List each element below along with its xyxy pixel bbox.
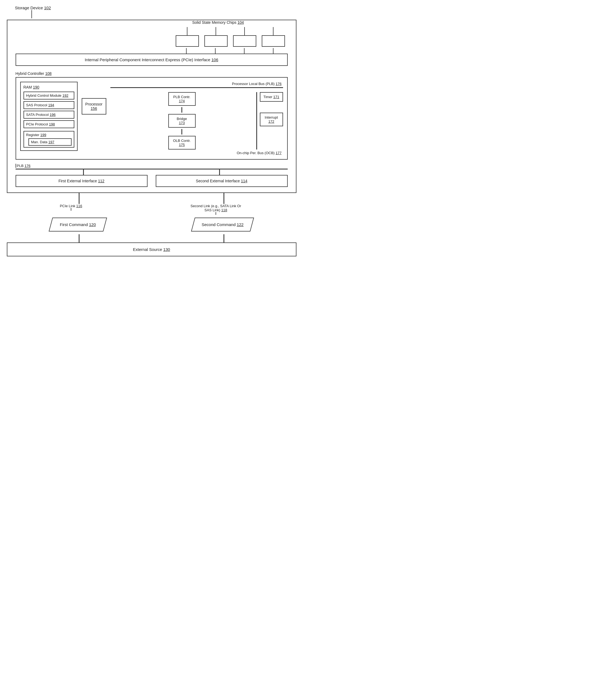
vert-lines-to-interfaces [16, 170, 288, 175]
second-command-num: 122 [237, 222, 244, 227]
second-link-label: Second Link (e.g., SATA Link Or SAS Link… [190, 204, 241, 212]
second-link-label-area: Second Link (e.g., SATA Link Or SAS Link… [188, 204, 243, 215]
storage-device-box: Solid State Memory Chips 104 [7, 20, 297, 193]
ocb-bus-text: On-chip Per. Bus (OCB) [237, 151, 275, 155]
chip1-col [176, 27, 199, 47]
line-cmd2-to-ext [224, 234, 224, 243]
plb-bus-label: Processor Local Bus (PLB) 176 [110, 82, 282, 86]
pcie-link-arrow [71, 208, 71, 211]
register-num: 199 [41, 133, 46, 137]
second-link-arrow [215, 212, 216, 215]
first-command-label: First Command [60, 222, 88, 227]
vert-line-left-interface [83, 170, 84, 175]
interrupt-num: 172 [268, 119, 274, 123]
second-ext-interface-num: 114 [241, 179, 247, 183]
plb-horizontal-line [110, 87, 283, 88]
chip1-to-pcie [186, 48, 187, 53]
pcie-interface-label: Internal Peripheral Component Interconne… [85, 58, 210, 62]
pcie-interface-num: 106 [211, 58, 218, 62]
chip3-to-pcie [244, 48, 244, 53]
ram-num: 190 [33, 85, 39, 89]
chip2-to-pcie [215, 48, 215, 53]
first-ext-interface-box: First External Interface 112 [16, 175, 147, 187]
chip4-col [262, 27, 285, 47]
chips-arrows-row [16, 27, 288, 47]
solid-state-chips-label: Solid State Memory Chips 104 [192, 20, 244, 25]
vert-line-right-interface [219, 170, 220, 175]
interrupt-label: Interrupt [265, 115, 278, 119]
man-data-box: Man. Data 197 [28, 138, 72, 146]
lines-to-external-source [7, 234, 297, 243]
chip4-line [273, 27, 274, 35]
commands-row: First Command 120 Second Command 122 [7, 218, 297, 231]
hybrid-control-module-label: Hybrid Control Module [26, 93, 62, 97]
timer-label: Timer [263, 95, 273, 99]
olb-contr-box: OLB Contr. 175 [168, 136, 195, 150]
second-link-num: 118 [221, 208, 227, 212]
pcie-protocol-num: 198 [49, 122, 55, 126]
link-labels-row: PCIe Link 116 Second Link (e.g., SATA Li… [7, 204, 297, 215]
second-command-shape: Second Command 122 [191, 218, 254, 231]
storage-device-label: Storage Device 102 [15, 5, 51, 10]
register-box: Register 199 Man. Data 197 [23, 131, 74, 148]
controllers-col: PLB Contr. 174 Bridge 173 [110, 92, 254, 150]
processor-label: Processor [85, 102, 102, 106]
storage-device-label-area: Storage Device 102 [15, 5, 297, 18]
olb-contr-num: 175 [179, 143, 185, 147]
line-plbctrl-bridge [181, 107, 182, 113]
pcie-link-label-area: PCIe Link 116 [60, 204, 82, 215]
hybrid-control-module-box: Hybrid Control Module 192 [23, 92, 74, 99]
hybrid-controller-box: RAM 190 Hybrid Control Module 192 SAS Pr… [16, 77, 288, 160]
diagram-container: Storage Device 102 Solid State Memory Ch… [7, 5, 297, 256]
man-data-label: Man. Data [31, 140, 48, 144]
plb-bus-text: Processor Local Bus (PLB) [232, 82, 275, 86]
chip3-col [233, 27, 256, 47]
plb-below-label-area: PLB 176 [16, 164, 288, 168]
pcie-protocol-label: PCIe Protocol [26, 122, 48, 126]
olb-contr-label: OLB Contr. [173, 139, 190, 143]
plb-below-num: 176 [25, 164, 30, 168]
bridge-num: 173 [179, 121, 185, 125]
timer-num: 171 [273, 95, 279, 99]
pcie-link-num: 116 [76, 204, 82, 208]
right-components: Timer 171 Interrupt 172 [260, 92, 283, 150]
sas-protocol-box: SAS Protocol 194 [23, 101, 74, 109]
sas-protocol-num: 194 [48, 103, 54, 107]
second-command-label: Second Command [202, 222, 235, 227]
plb-contr-num: 174 [179, 99, 185, 103]
second-ext-interface-box: Second External Interface 114 [156, 175, 288, 187]
ocb-bus-label: On-chip Per. Bus (OCB) 177 [110, 151, 282, 155]
line-cmd1-to-ext [79, 234, 79, 243]
plb-section: Processor Local Bus (PLB) 176 PLB Contr.… [110, 82, 283, 155]
pcie-protocol-box: PCIe Protocol 198 [23, 120, 74, 128]
ext-interfaces-row: First External Interface 112 Second Exte… [16, 175, 288, 187]
chip3-line [244, 27, 245, 35]
chip4-box [262, 35, 285, 47]
first-command-inner: First Command 120 [60, 222, 96, 227]
hybrid-controller-text: Hybrid Controller [16, 71, 44, 76]
chip2-box [204, 35, 228, 47]
chip4-to-pcie [273, 48, 274, 53]
chip2-line [215, 27, 216, 35]
lines-below-storage [7, 193, 297, 204]
line-left-below-storage [79, 193, 79, 204]
external-source-num: 130 [163, 247, 170, 252]
line-right-below-storage [224, 193, 224, 204]
plb-below-label: PLB 176 [17, 164, 30, 168]
man-data-num: 197 [48, 140, 54, 144]
solid-state-chips-num: 104 [237, 20, 244, 25]
processor-box: Processor 156 [82, 98, 106, 115]
hc-inner: RAM 190 Hybrid Control Module 192 SAS Pr… [20, 82, 283, 155]
first-ext-interface-num: 112 [98, 179, 104, 183]
sas-protocol-label: SAS Protocol [26, 103, 47, 107]
plb-contr-label: PLB Contr. [173, 95, 190, 99]
sata-protocol-label: SATA Protocol [26, 113, 49, 117]
second-command-inner: Second Command 122 [202, 222, 243, 227]
first-ext-interface-label: First External Interface [59, 179, 97, 183]
first-command-shape: First Command 120 [49, 218, 107, 231]
sata-protocol-box: SATA Protocol 196 [23, 111, 74, 119]
ram-title: RAM 190 [23, 85, 74, 89]
external-source-label: External Source [133, 247, 162, 252]
pcie-link-label: PCIe Link 116 [60, 204, 82, 208]
bridge-box: Bridge 173 [168, 114, 195, 128]
